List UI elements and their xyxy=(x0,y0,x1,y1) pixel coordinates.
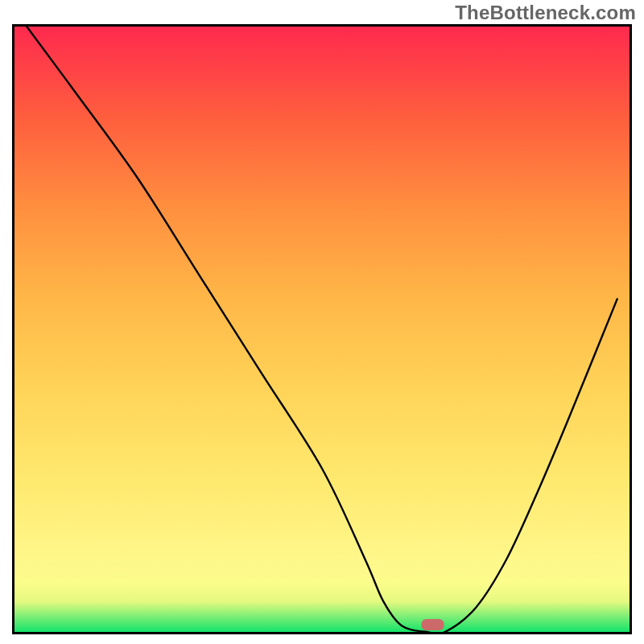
plot-frame xyxy=(12,24,632,634)
watermark-text: TheBottleneck.com xyxy=(455,2,636,24)
chart-container: TheBottleneck.com xyxy=(0,0,644,644)
curve-layer xyxy=(14,27,630,632)
bottleneck-curve xyxy=(27,27,617,632)
